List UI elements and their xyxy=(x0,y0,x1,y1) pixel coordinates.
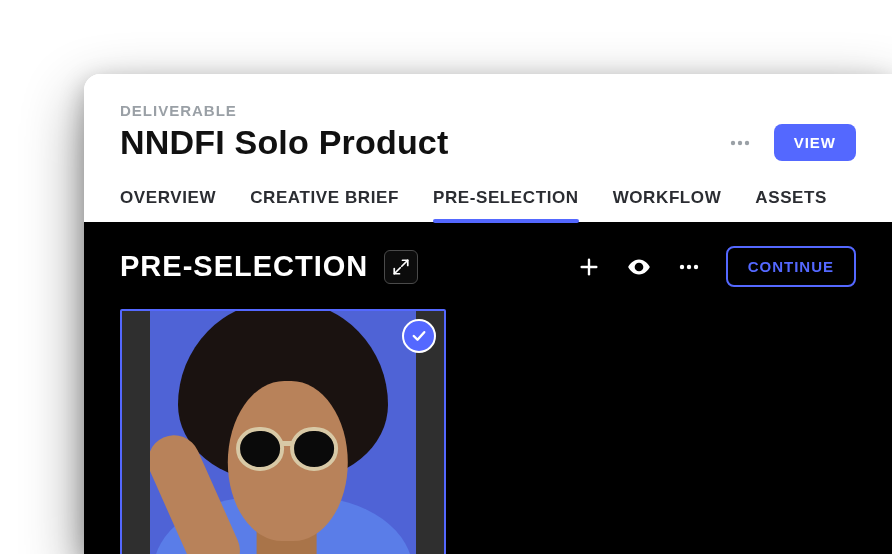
panel-more-button[interactable] xyxy=(676,254,702,280)
asset-image xyxy=(150,311,416,554)
person-placeholder xyxy=(150,311,416,554)
plus-icon xyxy=(578,256,600,278)
pre-selection-panel: PRE-SELECTION CONTINUE xyxy=(84,222,892,554)
deliverable-card: DELIVERABLE NNDFI Solo Product VIEW OVER… xyxy=(84,74,892,554)
eyebrow-label: DELIVERABLE xyxy=(120,102,856,119)
svg-point-7 xyxy=(636,264,640,268)
panel-header-right: CONTINUE xyxy=(576,246,856,287)
asset-thumbnail[interactable] xyxy=(120,309,446,554)
expand-button[interactable] xyxy=(384,250,418,284)
panel-title: PRE-SELECTION xyxy=(120,250,368,283)
check-icon xyxy=(410,327,428,345)
title-row: NNDFI Solo Product VIEW xyxy=(120,123,856,162)
svg-point-1 xyxy=(737,140,741,144)
tabs: OVERVIEW CREATIVE BRIEF PRE-SELECTION WO… xyxy=(84,162,892,222)
svg-line-3 xyxy=(402,260,408,266)
page-title: NNDFI Solo Product xyxy=(120,123,448,162)
svg-point-2 xyxy=(744,140,748,144)
visibility-button[interactable] xyxy=(626,254,652,280)
svg-point-9 xyxy=(686,264,690,268)
add-button[interactable] xyxy=(576,254,602,280)
tab-assets[interactable]: ASSETS xyxy=(755,188,827,222)
continue-button[interactable]: CONTINUE xyxy=(726,246,856,287)
svg-point-0 xyxy=(730,140,734,144)
title-actions: VIEW xyxy=(726,124,856,161)
selected-badge xyxy=(402,319,436,353)
card-header: DELIVERABLE NNDFI Solo Product VIEW xyxy=(84,74,892,162)
panel-header-left: PRE-SELECTION xyxy=(120,250,418,284)
svg-line-4 xyxy=(395,267,401,273)
tab-creative-brief[interactable]: CREATIVE BRIEF xyxy=(250,188,399,222)
tab-overview[interactable]: OVERVIEW xyxy=(120,188,216,222)
svg-point-8 xyxy=(679,264,683,268)
svg-point-10 xyxy=(693,264,697,268)
more-horizontal-icon[interactable] xyxy=(726,129,754,157)
asset-grid xyxy=(120,309,856,554)
panel-header: PRE-SELECTION CONTINUE xyxy=(120,246,856,287)
eye-icon xyxy=(626,254,652,280)
view-button[interactable]: VIEW xyxy=(774,124,856,161)
more-horizontal-icon xyxy=(677,255,701,279)
tab-workflow[interactable]: WORKFLOW xyxy=(613,188,722,222)
expand-icon xyxy=(392,258,410,276)
tab-pre-selection[interactable]: PRE-SELECTION xyxy=(433,188,579,222)
